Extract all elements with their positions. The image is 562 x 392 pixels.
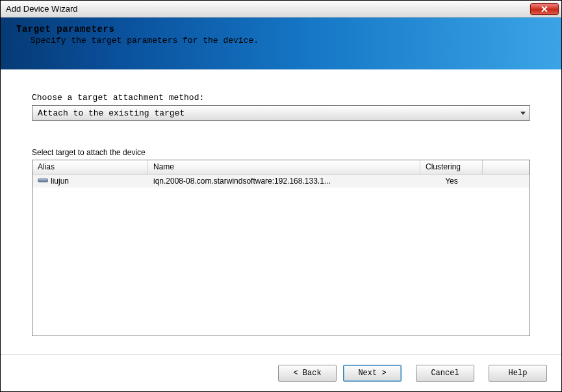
- attachment-method-dropdown[interactable]: Attach to the existing target: [32, 105, 530, 121]
- title-bar: Add Device Wizard: [1, 1, 561, 18]
- banner-subtitle: Specify the target parameters for the de…: [31, 36, 546, 45]
- next-button[interactable]: Next >: [343, 365, 402, 382]
- attachment-method-label: Choose a target attachment method:: [32, 93, 530, 103]
- window-title: Add Device Wizard: [6, 4, 78, 14]
- row-clustering: Yes: [420, 177, 483, 186]
- table-row[interactable]: liujun iqn.2008-08.com.starwindsoftware:…: [32, 175, 530, 188]
- back-button[interactable]: < Back: [278, 365, 337, 382]
- wizard-footer: < Back Next > Cancel Help: [1, 355, 561, 391]
- chevron-down-icon: [520, 112, 526, 115]
- wizard-banner: Target parameters Specify the target par…: [1, 18, 561, 69]
- column-header-clustering[interactable]: Clustering: [420, 160, 483, 174]
- row-alias: liujun: [51, 177, 69, 186]
- close-button[interactable]: [530, 3, 559, 15]
- target-icon: [38, 177, 48, 186]
- attachment-method-value: Attach to the existing target: [38, 108, 185, 118]
- cancel-button[interactable]: Cancel: [416, 365, 474, 382]
- column-header-alias[interactable]: Alias: [32, 160, 148, 174]
- svg-rect-1: [38, 179, 47, 180]
- wizard-body: Choose a target attachment method: Attac…: [1, 69, 561, 344]
- close-icon: [541, 6, 548, 12]
- banner-title: Target parameters: [16, 24, 546, 34]
- listview-body: liujun iqn.2008-08.com.starwindsoftware:…: [32, 175, 530, 336]
- column-header-empty: [483, 160, 530, 174]
- row-name: iqn.2008-08.com.starwindsoftware:192.168…: [148, 177, 420, 186]
- listview-header: Alias Name Clustering: [32, 160, 530, 175]
- wizard-window: Add Device Wizard Target parameters Spec…: [0, 0, 562, 392]
- column-header-name[interactable]: Name: [148, 160, 420, 174]
- select-target-label: Select target to attach the device: [32, 148, 530, 157]
- help-button[interactable]: Help: [489, 365, 547, 382]
- target-listview[interactable]: Alias Name Clustering: [32, 160, 530, 336]
